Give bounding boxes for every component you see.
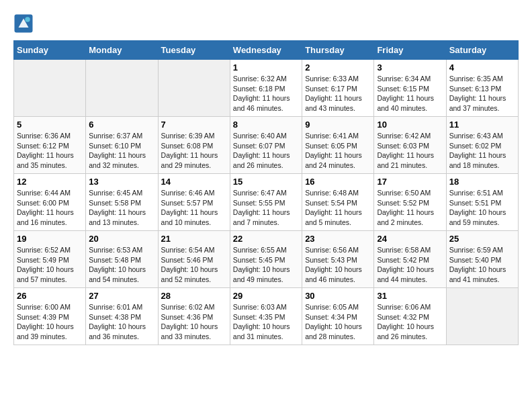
calendar-cell: 26Sunrise: 6:00 AM Sunset: 4:39 PM Dayli… [14,288,86,345]
day-number: 29 [233,291,299,301]
day-number: 25 [449,234,515,244]
day-info: Sunrise: 6:36 AM Sunset: 6:12 PM Dayligh… [17,131,83,171]
day-info: Sunrise: 6:03 AM Sunset: 4:35 PM Dayligh… [233,302,299,342]
day-info: Sunrise: 6:56 AM Sunset: 5:43 PM Dayligh… [305,245,371,285]
calendar-cell: 24Sunrise: 6:58 AM Sunset: 5:42 PM Dayli… [374,231,446,288]
day-number: 31 [377,291,443,301]
calendar-cell: 7Sunrise: 6:39 AM Sunset: 6:08 PM Daylig… [158,117,230,174]
day-number: 23 [305,234,371,244]
day-info: Sunrise: 6:00 AM Sunset: 4:39 PM Dayligh… [17,302,83,342]
day-number: 10 [377,120,443,130]
calendar-cell: 9Sunrise: 6:41 AM Sunset: 6:05 PM Daylig… [302,117,374,174]
week-row-5: 26Sunrise: 6:00 AM Sunset: 4:39 PM Dayli… [14,288,519,345]
week-row-3: 12Sunrise: 6:44 AM Sunset: 6:00 PM Dayli… [14,174,519,231]
calendar-cell: 25Sunrise: 6:59 AM Sunset: 5:40 PM Dayli… [446,231,518,288]
weekday-header-monday: Monday [86,41,158,60]
day-number: 26 [17,291,83,301]
day-info: Sunrise: 6:59 AM Sunset: 5:40 PM Dayligh… [449,245,515,285]
day-number: 22 [233,234,299,244]
day-number: 28 [161,291,227,301]
day-info: Sunrise: 6:01 AM Sunset: 4:38 PM Dayligh… [89,302,154,342]
calendar-cell: 19Sunrise: 6:52 AM Sunset: 5:49 PM Dayli… [14,231,86,288]
day-info: Sunrise: 6:46 AM Sunset: 5:57 PM Dayligh… [161,188,227,228]
calendar-cell: 21Sunrise: 6:54 AM Sunset: 5:46 PM Dayli… [158,231,230,288]
page-header [13,13,519,34]
day-number: 12 [17,177,83,187]
day-info: Sunrise: 6:39 AM Sunset: 6:08 PM Dayligh… [161,131,227,171]
weekday-header-row: SundayMondayTuesdayWednesdayThursdayFrid… [14,41,519,60]
day-info: Sunrise: 6:52 AM Sunset: 5:49 PM Dayligh… [17,245,83,285]
week-row-4: 19Sunrise: 6:52 AM Sunset: 5:49 PM Dayli… [14,231,519,288]
day-number: 18 [449,177,515,187]
day-number: 6 [89,120,154,130]
calendar-cell: 4Sunrise: 6:35 AM Sunset: 6:13 PM Daylig… [446,60,518,117]
weekday-header-thursday: Thursday [302,41,374,60]
calendar-cell: 15Sunrise: 6:47 AM Sunset: 5:55 PM Dayli… [230,174,302,231]
day-number: 19 [17,234,83,244]
day-info: Sunrise: 6:44 AM Sunset: 6:00 PM Dayligh… [17,188,83,228]
calendar-cell: 2Sunrise: 6:33 AM Sunset: 6:17 PM Daylig… [302,60,374,117]
day-number: 20 [89,234,154,244]
calendar-cell: 28Sunrise: 6:02 AM Sunset: 4:36 PM Dayli… [158,288,230,345]
day-info: Sunrise: 6:34 AM Sunset: 6:15 PM Dayligh… [377,74,443,113]
day-info: Sunrise: 6:58 AM Sunset: 5:42 PM Dayligh… [377,245,443,285]
day-number: 8 [233,120,299,130]
day-number: 1 [233,62,299,73]
weekday-header-saturday: Saturday [446,41,518,60]
day-info: Sunrise: 6:43 AM Sunset: 6:02 PM Dayligh… [449,131,515,171]
day-number: 2 [305,62,371,73]
day-info: Sunrise: 6:32 AM Sunset: 6:18 PM Dayligh… [233,74,299,113]
calendar-cell: 11Sunrise: 6:43 AM Sunset: 6:02 PM Dayli… [446,117,518,174]
calendar-cell [14,60,86,117]
logo [13,13,36,34]
day-info: Sunrise: 6:40 AM Sunset: 6:07 PM Dayligh… [233,131,299,171]
calendar-cell: 12Sunrise: 6:44 AM Sunset: 6:00 PM Dayli… [14,174,86,231]
day-number: 21 [161,234,227,244]
calendar-cell: 3Sunrise: 6:34 AM Sunset: 6:15 PM Daylig… [374,60,446,117]
day-number: 5 [17,120,83,130]
weekday-header-tuesday: Tuesday [158,41,230,60]
day-number: 17 [377,177,443,187]
logo-icon [13,13,34,34]
calendar-cell [446,288,518,345]
calendar-cell: 27Sunrise: 6:01 AM Sunset: 4:38 PM Dayli… [86,288,158,345]
day-info: Sunrise: 6:51 AM Sunset: 5:51 PM Dayligh… [449,188,515,228]
day-info: Sunrise: 6:54 AM Sunset: 5:46 PM Dayligh… [161,245,227,285]
calendar-cell: 14Sunrise: 6:46 AM Sunset: 5:57 PM Dayli… [158,174,230,231]
day-number: 24 [377,234,443,244]
week-row-1: 1Sunrise: 6:32 AM Sunset: 6:18 PM Daylig… [14,60,519,117]
day-info: Sunrise: 6:53 AM Sunset: 5:48 PM Dayligh… [89,245,154,285]
calendar-cell: 5Sunrise: 6:36 AM Sunset: 6:12 PM Daylig… [14,117,86,174]
weekday-header-sunday: Sunday [14,41,86,60]
day-number: 7 [161,120,227,130]
day-info: Sunrise: 6:37 AM Sunset: 6:10 PM Dayligh… [89,131,154,171]
calendar-cell: 6Sunrise: 6:37 AM Sunset: 6:10 PM Daylig… [86,117,158,174]
day-number: 16 [305,177,371,187]
calendar-table: SundayMondayTuesdayWednesdayThursdayFrid… [13,40,519,345]
day-number: 27 [89,291,154,301]
day-info: Sunrise: 6:33 AM Sunset: 6:17 PM Dayligh… [305,74,371,113]
day-number: 13 [89,177,154,187]
calendar-cell: 20Sunrise: 6:53 AM Sunset: 5:48 PM Dayli… [86,231,158,288]
day-info: Sunrise: 6:06 AM Sunset: 4:32 PM Dayligh… [377,302,443,342]
day-info: Sunrise: 6:05 AM Sunset: 4:34 PM Dayligh… [305,302,371,342]
weekday-header-friday: Friday [374,41,446,60]
svg-point-2 [25,17,30,22]
day-number: 11 [449,120,515,130]
day-number: 14 [161,177,227,187]
calendar-cell: 13Sunrise: 6:45 AM Sunset: 5:58 PM Dayli… [86,174,158,231]
day-info: Sunrise: 6:50 AM Sunset: 5:52 PM Dayligh… [377,188,443,228]
day-info: Sunrise: 6:02 AM Sunset: 4:36 PM Dayligh… [161,302,227,342]
day-number: 30 [305,291,371,301]
day-info: Sunrise: 6:47 AM Sunset: 5:55 PM Dayligh… [233,188,299,228]
day-info: Sunrise: 6:55 AM Sunset: 5:45 PM Dayligh… [233,245,299,285]
calendar-cell: 17Sunrise: 6:50 AM Sunset: 5:52 PM Dayli… [374,174,446,231]
day-info: Sunrise: 6:35 AM Sunset: 6:13 PM Dayligh… [449,74,515,113]
day-info: Sunrise: 6:42 AM Sunset: 6:03 PM Dayligh… [377,131,443,171]
calendar-cell: 23Sunrise: 6:56 AM Sunset: 5:43 PM Dayli… [302,231,374,288]
calendar-cell: 29Sunrise: 6:03 AM Sunset: 4:35 PM Dayli… [230,288,302,345]
calendar-cell: 10Sunrise: 6:42 AM Sunset: 6:03 PM Dayli… [374,117,446,174]
weekday-header-wednesday: Wednesday [230,41,302,60]
calendar-cell: 1Sunrise: 6:32 AM Sunset: 6:18 PM Daylig… [230,60,302,117]
calendar-cell: 22Sunrise: 6:55 AM Sunset: 5:45 PM Dayli… [230,231,302,288]
